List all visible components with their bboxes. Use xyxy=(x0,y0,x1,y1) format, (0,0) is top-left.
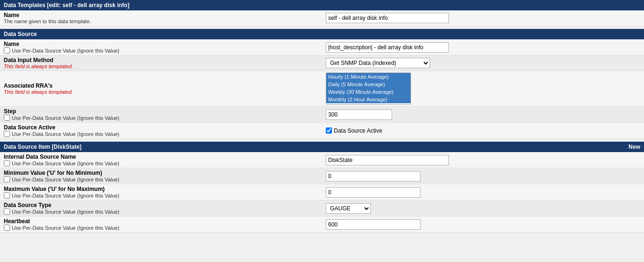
data-source-item-header: Data Source Item [DiskState] New xyxy=(0,142,644,152)
ds-rras-label-col: Associated RRA's This field is always te… xyxy=(4,82,326,95)
dsi-internal-name-checkbox-label[interactable]: Use Per-Data Source Value (Ignore this V… xyxy=(4,160,321,166)
dsi-min-value-col xyxy=(326,171,640,181)
dsi-internal-name-checkbox[interactable] xyxy=(4,160,10,166)
ds-name-row: Name Use Per-Data Source Value (Ignore t… xyxy=(0,39,644,55)
ds-step-row: Step Use Per-Data Source Value (Ignore t… xyxy=(0,107,644,123)
dsi-internal-name-value-col xyxy=(326,155,640,165)
dsi-max-label-col: Maximum Value ('U' for No Maximum) Use P… xyxy=(4,186,326,199)
ds-active-per-source-checkbox[interactable] xyxy=(4,131,10,137)
rra-hourly[interactable]: Hourly (1 Minute Average) xyxy=(326,73,411,81)
ds-name-checkbox-label[interactable]: Use Per-Data Source Value (Ignore this V… xyxy=(4,47,321,54)
dsi-type-label-col: Data Source Type Use Per-Data Source Val… xyxy=(4,202,326,215)
data-source-header: Data Source xyxy=(0,29,644,39)
dsi-min-checkbox[interactable] xyxy=(4,176,10,182)
template-name-input[interactable] xyxy=(326,13,449,23)
ds-input-label-col: Data Input Method This field is always t… xyxy=(4,57,326,69)
ds-step-checkbox-label[interactable]: Use Per-Data Source Value (Ignore this V… xyxy=(4,115,321,121)
dsi-internal-name-input[interactable] xyxy=(326,155,449,165)
ds-name-input[interactable] xyxy=(326,42,449,53)
ds-rras-italic: This field is always templated. xyxy=(4,89,321,95)
ds-name-checkbox[interactable] xyxy=(4,47,10,54)
dsi-heartbeat-checkbox[interactable] xyxy=(4,225,10,231)
ds-name-value-col xyxy=(326,42,640,53)
dsi-max-label: Maximum Value ('U' for No Maximum) xyxy=(4,186,321,192)
rra-monthly[interactable]: Monthly (2 Hour Average) xyxy=(326,96,411,103)
ds-rras-row: Associated RRA's This field is always te… xyxy=(0,71,644,107)
dsi-heartbeat-label-col: Heartbeat Use Per-Data Source Value (Ign… xyxy=(4,218,326,231)
dsi-max-value-col xyxy=(326,187,640,198)
ds-input-italic: This field is always templated. xyxy=(4,63,321,69)
dsi-type-checkbox[interactable] xyxy=(4,208,10,215)
dsi-type-label: Data Source Type xyxy=(4,202,321,208)
dsi-max-input[interactable] xyxy=(326,187,420,198)
ds-active-row: Data Source Active Use Per-Data Source V… xyxy=(0,123,644,139)
ds-step-input[interactable] xyxy=(326,109,392,120)
ds-input-label: Data Input Method xyxy=(4,57,321,63)
ds-input-dropdown[interactable]: Get SNMP Data (Indexed) Get SNMP Data No… xyxy=(326,58,430,68)
template-name-row: Name The name given to this data templat… xyxy=(0,10,644,26)
template-name-label: Name xyxy=(4,12,321,18)
ds-active-checkbox-label[interactable]: Use Per-Data Source Value (Ignore this V… xyxy=(4,131,321,137)
ds-rras-listbox[interactable]: Hourly (1 Minute Average) Daily (5 Minut… xyxy=(326,72,411,105)
ds-step-label: Step xyxy=(4,108,321,115)
ds-active-checkbox2[interactable] xyxy=(326,127,332,134)
ds-step-checkbox[interactable] xyxy=(4,115,10,121)
dsi-heartbeat-checkbox-label[interactable]: Use Per-Data Source Value (Ignore this V… xyxy=(4,225,321,231)
dsi-max-row: Maximum Value ('U' for No Maximum) Use P… xyxy=(0,184,644,200)
ds-rras-label: Associated RRA's xyxy=(4,82,321,89)
template-name-label-col: Name The name given to this data templat… xyxy=(4,12,326,24)
dsi-type-value-col: GAUGE COUNTER DERIVE ABSOLUTE xyxy=(326,203,640,214)
dsi-type-row: Data Source Type Use Per-Data Source Val… xyxy=(0,200,644,217)
data-templates-title: Data Templates [edit: self - dell array … xyxy=(4,2,129,9)
dsi-max-checkbox-label[interactable]: Use Per-Data Source Value (Ignore this V… xyxy=(4,192,321,199)
ds-input-value-col: Get SNMP Data (Indexed) Get SNMP Data No… xyxy=(326,58,640,68)
ds-active-checkbox2-label[interactable]: Data Source Active xyxy=(326,127,382,134)
dsi-heartbeat-value-col xyxy=(326,219,640,230)
ds-rras-value-col: Hourly (1 Minute Average) Daily (5 Minut… xyxy=(326,72,640,105)
dsi-min-label: Minimum Value ('U' for No Minimum) xyxy=(4,170,321,176)
dsi-heartbeat-input[interactable] xyxy=(326,219,420,230)
ds-step-value-col xyxy=(326,109,640,120)
dsi-internal-name-row: Internal Data Source Name Use Per-Data S… xyxy=(0,152,644,168)
dsi-internal-name-label: Internal Data Source Name xyxy=(4,154,321,160)
dsi-heartbeat-label: Heartbeat xyxy=(4,218,321,225)
dsi-min-label-col: Minimum Value ('U' for No Minimum) Use P… xyxy=(4,170,326,182)
dsi-internal-name-label-col: Internal Data Source Name Use Per-Data S… xyxy=(4,154,326,166)
data-source-title: Data Source xyxy=(4,31,37,37)
ds-input-method-row: Data Input Method This field is always t… xyxy=(0,55,644,71)
dsi-min-input[interactable] xyxy=(326,171,420,181)
dsi-min-row: Minimum Value ('U' for No Minimum) Use P… xyxy=(0,168,644,184)
new-link[interactable]: New xyxy=(628,144,640,150)
ds-active-value-col: Data Source Active xyxy=(326,127,640,134)
template-name-desc: The name given to this data template. xyxy=(4,18,321,24)
dsi-heartbeat-row: Heartbeat Use Per-Data Source Value (Ign… xyxy=(0,217,644,233)
data-templates-header: Data Templates [edit: self - dell array … xyxy=(0,0,644,10)
ds-step-label-col: Step Use Per-Data Source Value (Ignore t… xyxy=(4,108,326,121)
dsi-min-checkbox-label[interactable]: Use Per-Data Source Value (Ignore this V… xyxy=(4,176,321,182)
ds-active-label-col: Data Source Active Use Per-Data Source V… xyxy=(4,124,326,137)
template-name-value-col xyxy=(326,13,640,23)
dsi-type-checkbox-label[interactable]: Use Per-Data Source Value (Ignore this V… xyxy=(4,208,321,215)
ds-name-label: Name xyxy=(4,41,321,47)
ds-active-label: Data Source Active xyxy=(4,124,321,131)
rra-weekly[interactable]: Weekly (30 Minute Average) xyxy=(326,88,411,96)
ds-name-label-col: Name Use Per-Data Source Value (Ignore t… xyxy=(4,41,326,54)
dsi-max-checkbox[interactable] xyxy=(4,192,10,199)
dsi-type-dropdown[interactable]: GAUGE COUNTER DERIVE ABSOLUTE xyxy=(326,203,371,214)
data-source-item-title: Data Source Item [DiskState] xyxy=(4,144,81,150)
rra-daily[interactable]: Daily (5 Minute Average) xyxy=(326,81,411,88)
